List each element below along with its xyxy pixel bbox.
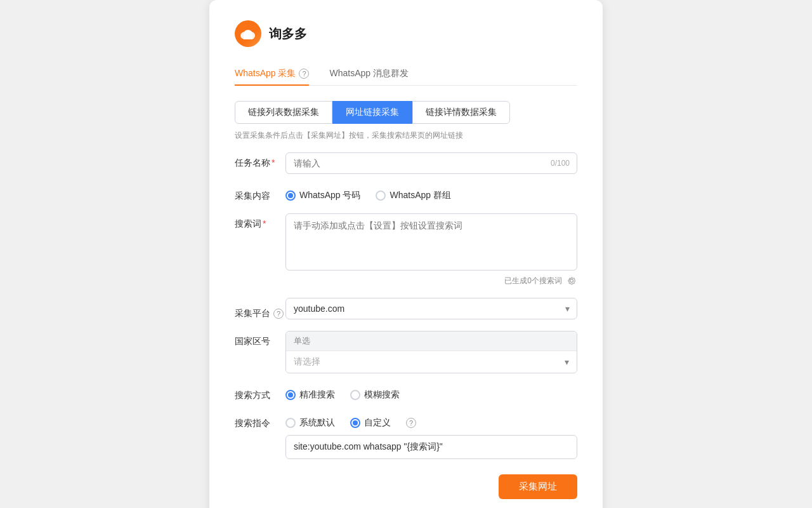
country-label: 国家区号	[235, 331, 285, 347]
btn-group: 链接列表数据采集 网址链接采集 链接详情数据采集	[235, 101, 577, 124]
submit-row: 采集网址	[235, 474, 577, 499]
search-command-radio-group: 系统默认 自定义 ?	[285, 413, 577, 429]
task-name-counter: 0/100	[551, 159, 570, 168]
brand-name: 询多多	[269, 25, 307, 43]
collect-content-radio-group: WhatsApp 号码 WhatsApp 群组	[285, 185, 577, 201]
task-name-label: 任务名称*	[235, 152, 285, 169]
collect-content-row: 采集内容 WhatsApp 号码 WhatsApp 群组	[235, 185, 577, 202]
country-control: 单选 请选择 ▾	[285, 331, 577, 373]
btn-list-collect[interactable]: 链接列表数据采集	[235, 101, 332, 124]
radio-system-default[interactable]: 系统默认	[285, 417, 335, 429]
radio-fuzzy[interactable]: 模糊搜索	[350, 389, 400, 401]
submit-button[interactable]: 采集网址	[499, 474, 577, 499]
task-name-control: 0/100	[285, 152, 577, 174]
radio-custom-circle	[350, 418, 360, 428]
search-command-row: 搜索指令 系统默认 自定义 ?	[235, 413, 577, 459]
search-command-control: 系统默认 自定义 ?	[285, 413, 577, 459]
radio-precise-circle	[285, 390, 296, 400]
search-method-control: 精准搜索 模糊搜索	[285, 385, 577, 401]
platform-select[interactable]: youtube.com	[285, 298, 577, 319]
country-select-outer: 单选 请选择 ▾	[285, 331, 577, 373]
search-command-input[interactable]	[285, 435, 577, 459]
task-name-row: 任务名称* 0/100	[235, 152, 577, 174]
radio-fuzzy-circle	[350, 390, 360, 400]
btn-url-collect[interactable]: 网址链接采集	[332, 101, 412, 124]
radio-system-circle	[285, 418, 296, 428]
radio-group-circle	[376, 190, 386, 201]
brand: 询多多	[235, 20, 577, 47]
gear-icon[interactable]	[566, 275, 577, 286]
platform-control: youtube.com	[285, 298, 577, 319]
task-name-input[interactable]	[285, 152, 577, 174]
platform-row: 采集平台 ? youtube.com	[235, 298, 577, 319]
tab-collect[interactable]: WhatsApp 采集 ?	[235, 63, 309, 86]
main-card: 询多多 WhatsApp 采集 ? WhatsApp 消息群发 链接列表数据采集…	[209, 0, 603, 508]
search-terms-textarea[interactable]	[285, 213, 577, 271]
search-terms-row: 搜索词* 已生成0个搜索词	[235, 213, 577, 286]
collect-content-label: 采集内容	[235, 185, 285, 202]
btn-detail-collect[interactable]: 链接详情数据采集	[412, 101, 510, 124]
platform-label: 采集平台 ?	[235, 298, 285, 319]
search-method-label: 搜索方式	[235, 385, 285, 401]
tab-collect-help-icon[interactable]: ?	[299, 69, 309, 79]
search-method-radio-group: 精准搜索 模糊搜索	[285, 385, 577, 401]
platform-select-wrapper: youtube.com	[285, 298, 577, 319]
radio-phone[interactable]: WhatsApp 号码	[285, 190, 360, 201]
tab-broadcast[interactable]: WhatsApp 消息群发	[329, 63, 408, 86]
country-row: 国家区号 单选 请选择 ▾	[235, 331, 577, 373]
search-method-row: 搜索方式 精准搜索 模糊搜索	[235, 385, 577, 401]
brand-logo	[235, 20, 261, 47]
radio-custom[interactable]: 自定义	[350, 417, 391, 429]
radio-group-option[interactable]: WhatsApp 群组	[376, 190, 450, 201]
search-terms-count: 已生成0个搜索词	[504, 276, 562, 286]
chevron-down-icon: ▾	[565, 357, 569, 367]
search-terms-control: 已生成0个搜索词	[285, 213, 577, 286]
description-text: 设置采集条件后点击【采集网址】按钮，采集搜索结果页的网址链接	[235, 130, 577, 141]
search-terms-label: 搜索词*	[235, 213, 285, 230]
platform-help-icon[interactable]: ?	[273, 309, 284, 319]
collect-content-control: WhatsApp 号码 WhatsApp 群组	[285, 185, 577, 201]
country-select-value[interactable]: 请选择 ▾	[286, 351, 577, 373]
nav-tabs: WhatsApp 采集 ? WhatsApp 消息群发	[235, 62, 577, 86]
search-command-help-icon[interactable]: ?	[406, 418, 416, 428]
search-command-label: 搜索指令	[235, 413, 285, 429]
svg-rect-3	[244, 35, 252, 39]
country-select-type: 单选	[286, 331, 577, 351]
radio-phone-circle	[285, 190, 296, 201]
radio-precise[interactable]: 精准搜索	[285, 389, 335, 401]
